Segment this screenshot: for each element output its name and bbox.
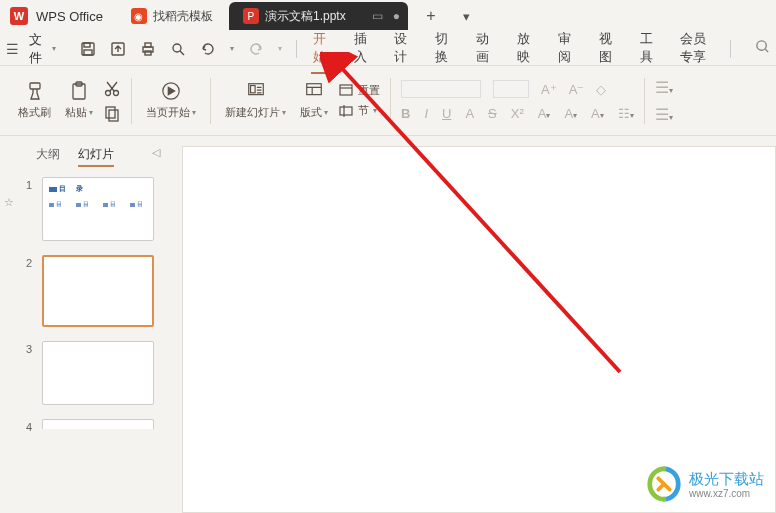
svg-rect-5 [145, 43, 151, 47]
font-family-select[interactable] [401, 80, 481, 98]
ribbon-tabs: 开始 插入 设计 切换 动画 放映 审阅 视图 工具 会员专享 [311, 24, 716, 74]
numbering-icon[interactable]: ☰▾ [655, 105, 673, 124]
watermark: 极光下载站 www.xz7.com [645, 465, 764, 503]
section-button[interactable]: 节▾ [338, 103, 380, 119]
menubar: ☰ 文件 ▾ ▾ ▾ 开始 插入 设计 切换 动画 放映 审阅 视图 工具 会员… [0, 32, 776, 66]
thumbnail-3[interactable] [42, 341, 154, 405]
reset-button[interactable]: 重置 [338, 83, 380, 99]
save-icon[interactable] [80, 41, 96, 57]
tab-docer-label: 找稻壳模板 [153, 8, 213, 25]
cut-button[interactable] [103, 80, 121, 98]
thumb-num-2: 2 [26, 255, 36, 269]
svg-rect-14 [106, 107, 115, 118]
clear-format-icon[interactable]: ◇ [596, 82, 606, 97]
new-slide-button[interactable]: 新建幻灯片▾ [221, 79, 290, 122]
export-icon[interactable] [110, 41, 126, 57]
tab-home[interactable]: 开始 [311, 24, 332, 74]
thumb-1-title: 目 录 [49, 184, 147, 194]
print-icon[interactable] [140, 41, 156, 57]
tab-docer-templates[interactable]: ◉ 找稻壳模板 [117, 2, 227, 30]
new-slide-label: 新建幻灯片▾ [225, 105, 286, 120]
thumbnail-4[interactable] [42, 419, 154, 429]
tab-close-icon[interactable]: ● [393, 9, 400, 23]
outline-tab[interactable]: 大纲 [36, 146, 60, 167]
watermark-logo-icon [645, 465, 683, 503]
svg-point-7 [173, 44, 181, 52]
tab-review[interactable]: 审阅 [556, 24, 577, 74]
svg-rect-2 [84, 50, 92, 55]
slide-canvas[interactable] [182, 146, 776, 513]
thumbnail-1[interactable]: 目 录 目 目 目 目 [42, 177, 154, 241]
reset-label: 重置 [358, 83, 380, 98]
clipboard-small-buttons [103, 80, 121, 122]
svg-point-12 [106, 90, 111, 95]
thumbnail-2[interactable] [42, 255, 154, 327]
font-size-select[interactable] [493, 80, 529, 98]
watermark-name: 极光下载站 [689, 470, 764, 488]
tab-tools[interactable]: 工具 [638, 24, 659, 74]
from-current-label: 当页开始▾ [146, 105, 196, 120]
search-icon[interactable] [755, 39, 770, 58]
svg-point-8 [757, 41, 766, 50]
tab-slideshow[interactable]: 放映 [515, 24, 536, 74]
layout-button[interactable]: 版式▾ [296, 79, 332, 122]
ribbon-sep-4 [644, 78, 645, 124]
watermark-text: 极光下载站 www.xz7.com [689, 470, 764, 499]
bullets-icon[interactable]: ☰▾ [655, 78, 673, 97]
ribbon-clipboard-group: 格式刷 粘贴▾ [8, 79, 127, 122]
redo-icon[interactable] [248, 41, 264, 57]
thumb-1-content: 目 录 目 目 目 目 [43, 178, 153, 215]
superscript-button[interactable]: X² [511, 106, 524, 121]
font-button-a[interactable]: A [465, 106, 474, 121]
menubar-left: ☰ 文件 ▾ ▾ ▾ [6, 31, 282, 67]
favorite-icon[interactable]: ☆ [4, 196, 14, 209]
thumb-row-2: 2 [26, 255, 170, 327]
presentation-file-icon: P [243, 8, 259, 24]
docer-icon: ◉ [131, 8, 147, 24]
ribbon-sep-1 [131, 78, 132, 124]
file-menu-caret-icon[interactable]: ▾ [52, 44, 56, 53]
italic-button[interactable]: I [424, 106, 428, 121]
tab-design[interactable]: 设计 [392, 24, 413, 74]
tab-transition[interactable]: 切换 [433, 24, 454, 74]
increase-font-icon[interactable]: A⁺ [541, 82, 557, 97]
redo-caret-icon[interactable]: ▾ [278, 44, 282, 53]
undo-icon[interactable] [200, 41, 216, 57]
ribbon-sep-3 [390, 78, 391, 124]
decrease-font-icon[interactable]: A⁻ [569, 82, 585, 97]
format-dropdown-icon[interactable]: ☷▾ [618, 106, 634, 121]
tab-view[interactable]: 视图 [597, 24, 618, 74]
text-effect-button[interactable]: A▾ [591, 106, 604, 121]
ribbon: 格式刷 粘贴▾ 当页开始▾ 新建幻灯片▾ 版式▾ 重置 [0, 66, 776, 136]
strikethrough-button[interactable]: S [488, 106, 497, 121]
paste-button[interactable]: 粘贴▾ [61, 79, 97, 122]
tab-insert[interactable]: 插入 [352, 24, 373, 74]
menubar-right [718, 39, 770, 58]
from-current-button[interactable]: 当页开始▾ [142, 79, 200, 122]
undo-caret-icon[interactable]: ▾ [230, 44, 234, 53]
format-painter-label: 格式刷 [18, 105, 51, 120]
hamburger-icon[interactable]: ☰ [6, 41, 19, 57]
slides-tab[interactable]: 幻灯片 [78, 146, 114, 167]
slides-small-buttons: 重置 节▾ [338, 83, 380, 119]
ribbon-slideshow-group: 当页开始▾ [136, 79, 206, 122]
thumbnails-list: 1 目 录 目 目 目 目 2 [24, 173, 172, 451]
tab-restore-icon[interactable]: ▭ [372, 9, 383, 23]
svg-rect-21 [340, 107, 352, 115]
collapse-panel-icon[interactable]: ◁ [152, 146, 160, 167]
copy-button[interactable] [103, 104, 121, 122]
tab-member[interactable]: 会员专享 [678, 24, 716, 74]
thumb-1-items: 目 目 目 目 [49, 200, 147, 209]
underline-button[interactable]: U [442, 106, 451, 121]
highlight-button[interactable]: A▾ [564, 106, 577, 121]
print-preview-icon[interactable] [170, 41, 186, 57]
bold-button[interactable]: B [401, 106, 410, 121]
layout-label: 版式▾ [300, 105, 328, 120]
tab-active-label: 演示文稿1.pptx [265, 8, 346, 25]
tab-animation[interactable]: 动画 [474, 24, 495, 74]
font-color-button[interactable]: A▾ [538, 106, 551, 121]
paste-label: 粘贴▾ [65, 105, 93, 120]
format-painter-button[interactable]: 格式刷 [14, 79, 55, 122]
thumb-num-1: 1 [26, 177, 36, 191]
file-menu[interactable]: 文件 [29, 31, 42, 67]
